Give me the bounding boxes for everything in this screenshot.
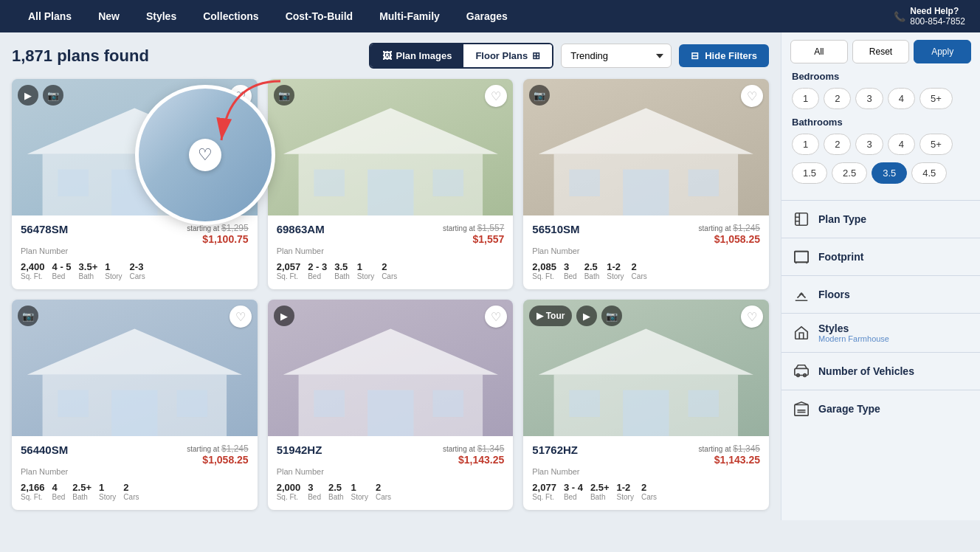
favorite-button[interactable]: ♡: [230, 85, 252, 107]
card-plan-number[interactable]: 69863AM: [277, 223, 325, 235]
cars-spec: 2 Cars: [123, 482, 139, 501]
nav-cost-to-build[interactable]: Cost-To-Build: [272, 0, 367, 32]
bathroom-chip-1[interactable]: 1: [792, 134, 819, 155]
card-plan-number[interactable]: 51762HZ: [532, 444, 578, 456]
bedroom-chip-2[interactable]: 2: [824, 88, 851, 109]
card-title-row: 56440SM starting at $1,245 $1,058.25: [21, 444, 249, 466]
filter-header-floors[interactable]: Floors: [781, 276, 980, 313]
video-icon[interactable]: ▶: [576, 306, 597, 326]
filter-header-garage-type[interactable]: Garage Type: [781, 390, 980, 427]
filter-title-garage-type: Garage Type: [818, 403, 880, 415]
video-icon[interactable]: ▶: [274, 306, 294, 326]
svg-rect-3: [58, 170, 89, 196]
bathroom-chip-5+[interactable]: 5+: [919, 134, 953, 155]
nav-multi-family[interactable]: Multi-Family: [366, 0, 453, 32]
nav-all-plans[interactable]: All Plans: [15, 0, 85, 32]
bathroom-chip-4_5[interactable]: 4.5: [911, 162, 947, 184]
cars-spec: 2 Cars: [632, 261, 647, 280]
filter-icon-garage-type: [792, 399, 811, 418]
bathrooms-chips-row2: 1.52.53.54.5: [792, 162, 970, 184]
filter-title-group-footprint: Footprint: [818, 251, 863, 263]
filter-title-floors: Floors: [818, 289, 850, 300]
house-svg: [12, 300, 258, 436]
nav-garages[interactable]: Garages: [453, 0, 521, 32]
card-icon-group: 📷: [529, 85, 550, 106]
svg-rect-8: [314, 170, 345, 196]
nav-collections[interactable]: Collections: [190, 0, 272, 32]
filter-header-styles[interactable]: Styles Modern Farmhouse: [781, 314, 980, 352]
story-value: 1: [351, 482, 368, 493]
bed-label: Bed: [308, 493, 321, 501]
bedroom-chip-4[interactable]: 4: [888, 88, 915, 109]
top-bar: 1,871 plans found 🖼 Plan Images Floor Pl…: [12, 43, 769, 69]
svg-rect-22: [368, 390, 413, 436]
bathroom-chip-3[interactable]: 3: [855, 134, 883, 155]
photo-icon[interactable]: 📷: [274, 85, 294, 106]
card-plan-number[interactable]: 56478SM: [21, 223, 68, 235]
bathroom-chip-2[interactable]: 2: [824, 134, 851, 155]
story-spec: 1 Story: [105, 261, 122, 280]
filter-section-floors[interactable]: Floors: [781, 275, 980, 313]
bath-spec: 2.5 Bath: [584, 261, 600, 280]
new-price: $1,058.25: [187, 454, 248, 466]
floor-plan-icon: ⊞: [532, 50, 540, 61]
favorite-button[interactable]: ♡: [741, 85, 763, 107]
filter-icon-floors: [792, 285, 811, 304]
filter-section-vehicles[interactable]: Number of Vehicles: [781, 352, 980, 390]
svg-rect-28: [570, 390, 601, 417]
bedroom-chip-3[interactable]: 3: [855, 88, 883, 109]
bed-spec: 3 Bed: [308, 482, 321, 501]
cars-spec: 2 Cars: [382, 261, 397, 280]
bathroom-chip-2_5[interactable]: 2.5: [832, 162, 867, 184]
card-plan-number[interactable]: 51942HZ: [277, 444, 322, 456]
filter-header-vehicles[interactable]: Number of Vehicles: [781, 353, 980, 390]
sqft-spec: 2,057 Sq. Ft.: [277, 261, 301, 280]
photo-icon[interactable]: 📷: [529, 85, 550, 106]
hide-filters-button[interactable]: ⊟ Hide Filters: [679, 44, 769, 67]
filter-section-styles[interactable]: Styles Modern Farmhouse: [781, 313, 980, 352]
bathroom-chip-3_5[interactable]: 3.5: [872, 162, 907, 184]
favorite-button[interactable]: ♡: [741, 306, 763, 328]
bathroom-chip-4[interactable]: 4: [888, 134, 915, 155]
favorite-button[interactable]: ♡: [230, 306, 252, 328]
filter-section-garage-type[interactable]: Garage Type: [781, 390, 980, 427]
card-body: 51942HZ starting at $1,345 $1,143.25 Pla…: [268, 436, 514, 510]
old-price: $1,557: [477, 223, 505, 233]
sidebar-reset-btn[interactable]: Reset: [852, 40, 910, 63]
bathrooms-label: Bathrooms: [792, 117, 970, 128]
view-floor-plans-btn[interactable]: Floor Plans ⊞: [463, 44, 552, 67]
bath-label: Bath: [590, 493, 610, 501]
story-label: Story: [357, 272, 374, 280]
filter-header-plan-type[interactable]: Plan Type: [781, 201, 980, 238]
photo-icon[interactable]: 📷: [601, 306, 622, 326]
sidebar-apply-btn[interactable]: Apply: [914, 40, 971, 63]
cars-label: Cars: [376, 493, 391, 501]
filter-section-plan-type[interactable]: Plan Type: [781, 200, 980, 238]
card-plan-number[interactable]: 56510SM: [532, 223, 579, 235]
view-plan-images-btn[interactable]: 🖼 Plan Images: [370, 44, 464, 67]
sliders-icon: ⊟: [691, 50, 699, 61]
plan-card-plan-3: 📷 ♡ 56510SM starting at $1,245 $1,058.25…: [523, 79, 769, 289]
bedroom-chip-5+[interactable]: 5+: [919, 88, 953, 109]
tour-badge[interactable]: ▶ Tour: [529, 306, 572, 326]
sidebar-all-btn[interactable]: All: [790, 40, 848, 63]
filter-section-footprint[interactable]: Footprint: [781, 238, 980, 275]
cars-spec: 2-3 Cars: [130, 261, 145, 280]
filter-header-footprint[interactable]: Footprint: [781, 238, 980, 275]
video-icon[interactable]: ▶: [18, 85, 38, 106]
sort-select[interactable]: Trending Price: Low to High Price: High …: [561, 44, 672, 68]
svg-marker-6: [283, 108, 497, 153]
bedroom-chip-1[interactable]: 1: [792, 88, 819, 109]
svg-rect-24: [432, 390, 463, 417]
card-pricing: starting at $1,345 $1,143.25: [699, 444, 760, 466]
nav-styles[interactable]: Styles: [133, 0, 190, 32]
photo-icon[interactable]: 📷: [18, 306, 38, 326]
nav-new[interactable]: New: [85, 0, 133, 32]
card-plan-number[interactable]: 56440SM: [21, 444, 68, 456]
bathroom-chip-1_5[interactable]: 1.5: [792, 162, 827, 184]
cars-label: Cars: [130, 272, 145, 280]
result-count: 1,871 plans found: [12, 46, 362, 66]
sqft-label: Sq. Ft.: [21, 493, 45, 501]
photo-icon[interactable]: 📷: [43, 85, 63, 106]
bathrooms-chips-row1: 12345+: [792, 134, 970, 155]
